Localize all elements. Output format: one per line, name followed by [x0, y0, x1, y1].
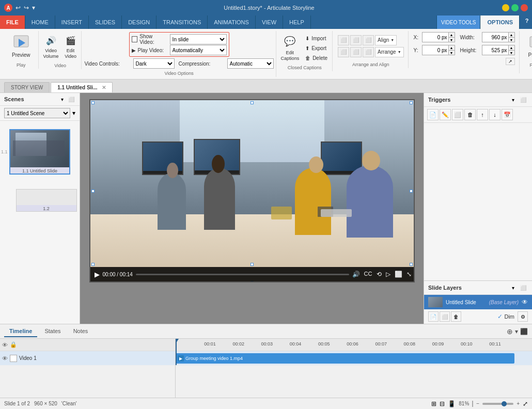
scenes-expand-button[interactable]: ⬜ [67, 95, 75, 103]
height-input[interactable] [482, 45, 508, 55]
zoom-out-icon[interactable]: − [476, 401, 479, 406]
group-button[interactable]: ⬜ [363, 47, 374, 57]
align-right-button[interactable]: ⬜ [363, 35, 374, 45]
scene-dropdown-button[interactable]: ▾ [72, 109, 75, 117]
tab-file[interactable]: FILE [0, 15, 25, 29]
minimize-button[interactable] [502, 4, 509, 11]
story-view-tab[interactable]: STORY VIEW [4, 82, 50, 92]
track-eye-icon[interactable]: 👁 [2, 355, 8, 361]
tab-options[interactable]: OPTIONS [480, 15, 520, 29]
help-button[interactable]: ? [522, 15, 532, 26]
forward-icon[interactable]: ▷ [386, 271, 390, 278]
layer-delete-button[interactable]: 🗑 [451, 311, 461, 322]
video-clip[interactable]: ▶ Group meeting video 1.mp4 [176, 353, 514, 364]
width-down-button[interactable]: ▼ [508, 37, 514, 42]
tab-animations[interactable]: ANIMATIONS [208, 15, 256, 29]
tab-view[interactable]: VIEW [256, 15, 283, 29]
width-up-button[interactable]: ▲ [508, 33, 514, 37]
track-checkbox[interactable] [10, 355, 17, 362]
trigger-down-button[interactable]: ↓ [489, 109, 500, 120]
tab-transitions[interactable]: TRANSITIONS [157, 15, 208, 29]
tab-design[interactable]: DESIGN [122, 15, 157, 29]
video-controls-select[interactable]: Dark Light Off [133, 58, 175, 69]
layer-settings-button[interactable]: ⚙ [518, 311, 528, 322]
tab-help[interactable]: HELP [283, 15, 311, 29]
video-volume-button[interactable]: 🔊 VideoVolume [42, 32, 60, 61]
close-button[interactable] [521, 4, 528, 11]
delete-captions-button[interactable]: 🗑 Delete [303, 54, 330, 62]
states-tab[interactable]: States [39, 326, 66, 337]
redo-button[interactable]: ↪ [23, 3, 30, 12]
width-input[interactable] [482, 33, 508, 42]
publish-preview-button[interactable]: Preview [525, 32, 532, 60]
timeline-tab[interactable]: Timeline [4, 326, 37, 337]
play-video-button[interactable]: ▶ [95, 271, 100, 278]
trigger-copy-button[interactable]: ⬜ [452, 109, 463, 120]
fit-screen-button[interactable]: ⤢ [523, 400, 528, 407]
trigger-edit-button[interactable]: ✏️ [440, 109, 451, 120]
slide-1-1-thumbnail[interactable]: 1.1 Untitled Slide [9, 129, 70, 175]
align-dropdown[interactable]: Align [375, 35, 397, 45]
timeline-collapse-button[interactable]: ⬛ [520, 327, 528, 336]
y-down-button[interactable]: ▼ [448, 50, 455, 55]
timeline-options-button[interactable]: ▾ [515, 327, 518, 336]
device-button[interactable]: 📱 [448, 400, 456, 407]
expand-icon[interactable]: ⤡ [406, 271, 412, 278]
base-layer-item[interactable]: Untitled Slide (Base Layer) 👁 [424, 295, 532, 309]
trigger-calendar-button[interactable]: 📅 [502, 109, 513, 120]
layer-new-button[interactable]: 📄 [428, 311, 439, 322]
tab-home[interactable]: HOME [25, 15, 55, 29]
play-video-select[interactable]: Automatically On click Manual [170, 45, 227, 55]
captions-icon[interactable]: CC [364, 271, 372, 278]
bring-front-button[interactable]: ⬜ [338, 47, 349, 57]
edit-video-button[interactable]: 🎬 EditVideo [62, 32, 79, 61]
undo-button[interactable]: ↩ [14, 3, 22, 12]
slide-layers-expand-button[interactable]: ⬜ [519, 283, 528, 292]
height-down-button[interactable]: ▼ [508, 50, 514, 55]
size-expand-button[interactable]: ↗ [506, 58, 515, 65]
compression-select[interactable]: Automatic Low Medium High [227, 58, 274, 69]
maximize-button[interactable] [511, 4, 519, 11]
y-input[interactable] [423, 45, 448, 55]
base-layer-visibility-icon[interactable]: 👁 [522, 298, 528, 306]
send-back-button[interactable]: ⬜ [350, 47, 362, 57]
slide-layers-dropdown-button[interactable]: ▾ [508, 283, 518, 292]
y-up-button[interactable]: ▲ [448, 45, 455, 50]
export-button[interactable]: ⬆ Export [303, 44, 330, 53]
fullscreen-icon[interactable]: ⬜ [395, 271, 402, 278]
zoom-in-icon[interactable]: + [517, 401, 520, 406]
scene-select[interactable]: 1 Untitled Scene [4, 108, 70, 118]
fit-button[interactable]: ⊟ [440, 400, 445, 407]
tab-insert[interactable]: INSERT [55, 15, 89, 29]
grid-view-button[interactable]: ⊞ [431, 400, 436, 407]
x-input[interactable] [423, 33, 448, 42]
align-center-button[interactable]: ⬜ [350, 35, 362, 45]
show-video-select[interactable]: In slide In popup Off [170, 34, 227, 44]
import-button[interactable]: ⬇ Import [303, 34, 330, 43]
layer-copy-button[interactable]: ⬜ [440, 311, 450, 322]
notes-tab[interactable]: Notes [68, 326, 93, 337]
trigger-delete-button[interactable]: 🗑 [464, 109, 476, 120]
scenes-collapse-button[interactable]: ▾ [58, 95, 66, 103]
align-left-button[interactable]: ⬜ [338, 35, 349, 45]
x-down-button[interactable]: ▼ [448, 37, 455, 42]
tab-slides[interactable]: SLIDES [89, 15, 122, 29]
timeline-add-button[interactable]: ⊕ [507, 327, 513, 336]
slide-tab[interactable]: 1.1 Untitled Sli... ✕ [51, 82, 113, 92]
more-button[interactable]: ▾ [31, 3, 36, 12]
rewind-icon[interactable]: ⟲ [377, 271, 382, 278]
trigger-new-button[interactable]: 📄 [427, 109, 439, 120]
trigger-up-button[interactable]: ↑ [477, 109, 488, 120]
zoom-slider[interactable] [482, 403, 513, 405]
edit-captions-button[interactable]: 💬 EditCaptions [279, 32, 301, 63]
video-progress-bar[interactable] [136, 274, 349, 275]
zoom-handle[interactable] [502, 401, 507, 406]
x-up-button[interactable]: ▲ [448, 33, 455, 37]
slide-tab-close[interactable]: ✕ [102, 85, 106, 90]
arrange-dropdown[interactable]: Arrange [375, 47, 404, 57]
volume-control-icon[interactable]: 🔊 [352, 271, 360, 278]
triggers-dropdown-button[interactable]: ▾ [508, 95, 518, 104]
slide-1-2-thumbnail[interactable]: 1.2 [16, 189, 77, 212]
triggers-expand-button[interactable]: ⬜ [519, 95, 528, 104]
height-up-button[interactable]: ▲ [508, 45, 514, 50]
